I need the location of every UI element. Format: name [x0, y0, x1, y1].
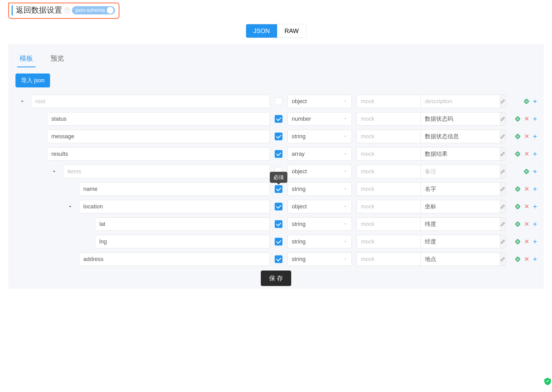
type-select[interactable]: string: [287, 182, 352, 196]
collapse-caret-icon[interactable]: [50, 169, 58, 174]
schema-row: string✕+: [13, 252, 539, 266]
chevron-down-icon: [343, 186, 347, 192]
description-input[interactable]: [420, 217, 500, 231]
required-checkbox[interactable]: [275, 255, 282, 263]
required-checkbox[interactable]: [275, 97, 282, 105]
view-raw-button[interactable]: RAW: [277, 24, 306, 38]
json-schema-toggle[interactable]: json-schema: [72, 6, 115, 14]
delete-icon[interactable]: ✕: [524, 115, 529, 123]
description-edit-icon[interactable]: [500, 147, 506, 161]
description-input[interactable]: [420, 182, 500, 196]
field-name-input[interactable]: [47, 112, 270, 126]
add-icon[interactable]: +: [533, 167, 537, 176]
field-name-input[interactable]: [79, 252, 270, 266]
required-tooltip: 必须: [270, 172, 287, 183]
delete-icon[interactable]: ✕: [524, 256, 529, 263]
delete-icon[interactable]: ✕: [524, 185, 529, 193]
description-edit-icon[interactable]: [500, 182, 506, 196]
chevron-down-icon: [343, 238, 347, 245]
required-checkbox[interactable]: [275, 220, 282, 228]
save-button[interactable]: 保 存: [261, 271, 291, 286]
description-edit-icon[interactable]: [500, 95, 506, 108]
chevron-down-icon: [343, 116, 347, 122]
help-icon[interactable]: ?: [64, 7, 70, 13]
description-edit-icon[interactable]: [500, 252, 506, 266]
description-edit-icon[interactable]: [500, 217, 506, 231]
type-select[interactable]: array: [287, 147, 352, 161]
field-name-input[interactable]: [79, 200, 270, 213]
panel-tabs: 模板 预览: [13, 50, 539, 67]
delete-icon[interactable]: ✕: [524, 221, 529, 228]
page-title: 返回数据设置: [9, 5, 62, 15]
description-input[interactable]: [420, 112, 500, 126]
view-toggle: JSON RAW: [8, 24, 544, 38]
settings-gear-icon[interactable]: [515, 239, 521, 244]
add-icon[interactable]: +: [533, 255, 537, 263]
description-input[interactable]: [420, 200, 500, 213]
collapse-caret-icon[interactable]: [18, 99, 26, 104]
required-checkbox[interactable]: [275, 238, 282, 246]
add-icon[interactable]: +: [533, 132, 537, 141]
description-input[interactable]: [420, 95, 500, 108]
type-select[interactable]: string: [287, 217, 352, 231]
description-edit-icon[interactable]: [500, 200, 506, 213]
settings-gear-icon[interactable]: [515, 204, 521, 209]
delete-icon[interactable]: ✕: [524, 150, 529, 158]
view-json-button[interactable]: JSON: [246, 24, 277, 38]
settings-gear-icon[interactable]: [524, 169, 529, 174]
toggle-knob: [107, 7, 113, 14]
description-input[interactable]: [420, 130, 500, 143]
schema-row: string✕+: [13, 217, 539, 231]
type-select[interactable]: object: [287, 200, 352, 213]
type-select[interactable]: object: [287, 95, 352, 108]
delete-icon[interactable]: ✕: [524, 238, 529, 245]
field-name-input[interactable]: [79, 182, 270, 196]
settings-gear-icon[interactable]: [515, 116, 521, 122]
field-name-input: [63, 165, 270, 178]
type-select[interactable]: string: [287, 252, 352, 266]
chevron-down-icon: [343, 256, 347, 263]
field-name-input[interactable]: [95, 235, 270, 248]
add-icon[interactable]: +: [533, 115, 537, 123]
add-icon[interactable]: +: [533, 97, 537, 105]
add-icon[interactable]: +: [533, 238, 537, 246]
settings-gear-icon[interactable]: [515, 221, 521, 227]
description-edit-icon[interactable]: [500, 130, 506, 143]
tab-template[interactable]: 模板: [17, 50, 36, 67]
add-icon[interactable]: +: [533, 202, 537, 211]
field-name-input[interactable]: [47, 147, 270, 161]
description-edit-icon[interactable]: [500, 165, 506, 178]
type-select[interactable]: string: [287, 235, 352, 248]
settings-gear-icon[interactable]: [515, 134, 521, 139]
settings-gear-icon[interactable]: [515, 256, 521, 262]
type-select[interactable]: string: [287, 130, 352, 143]
delete-icon[interactable]: ✕: [524, 133, 529, 140]
required-checkbox[interactable]: [275, 133, 282, 140]
description-input[interactable]: [420, 147, 500, 161]
description-input[interactable]: [420, 252, 500, 266]
field-name-input[interactable]: [47, 130, 270, 143]
field-name-input[interactable]: [95, 217, 270, 231]
schema-row: 必须string✕+: [13, 182, 539, 196]
import-json-button[interactable]: 导入 json: [15, 74, 50, 87]
description-input[interactable]: [420, 235, 500, 248]
required-checkbox[interactable]: [275, 115, 282, 123]
schema-row: object✕+: [13, 200, 539, 213]
delete-icon[interactable]: ✕: [524, 203, 529, 210]
settings-gear-icon[interactable]: [515, 186, 521, 192]
type-select[interactable]: number: [287, 112, 352, 126]
settings-gear-icon[interactable]: [515, 151, 521, 157]
collapse-caret-icon[interactable]: [66, 204, 74, 209]
type-select[interactable]: object: [287, 165, 352, 178]
add-icon[interactable]: +: [533, 185, 537, 193]
add-icon[interactable]: +: [533, 220, 537, 228]
description-edit-icon[interactable]: [500, 235, 506, 248]
description-edit-icon[interactable]: [500, 112, 506, 126]
required-checkbox[interactable]: [275, 203, 282, 210]
description-input[interactable]: [420, 165, 500, 178]
required-checkbox[interactable]: [275, 150, 282, 158]
chevron-down-icon: [343, 133, 347, 140]
settings-gear-icon[interactable]: [524, 99, 529, 104]
tab-preview[interactable]: 预览: [48, 50, 67, 67]
add-icon[interactable]: +: [533, 150, 537, 158]
